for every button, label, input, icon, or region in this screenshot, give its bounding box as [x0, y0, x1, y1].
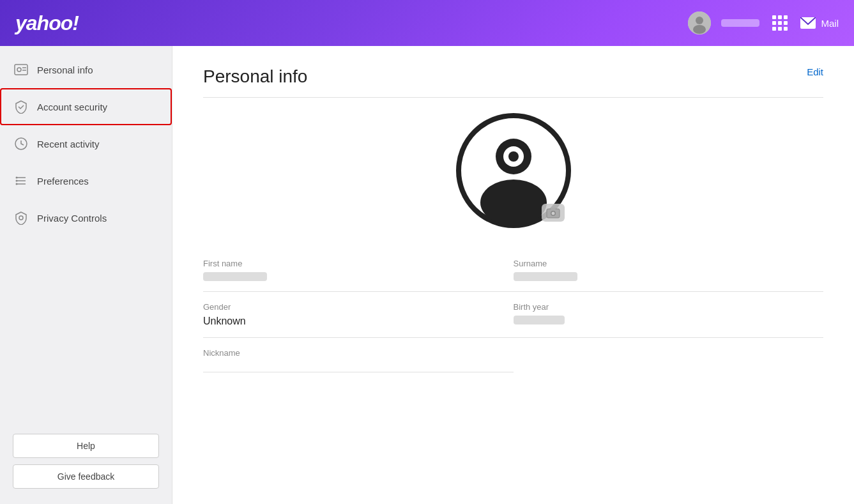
- sidebar-label-recent-activity: Recent activity: [37, 139, 100, 149]
- avatar[interactable]: [688, 11, 711, 34]
- label-nickname: Nickname: [203, 348, 483, 358]
- sidebar-item-personal-info[interactable]: Personal info: [0, 51, 172, 88]
- sidebar-label-account-security: Account security: [37, 102, 107, 112]
- avatar-section: [203, 113, 823, 228]
- give-feedback-button[interactable]: Give feedback: [13, 464, 159, 489]
- field-gender: Gender Unknown: [203, 292, 514, 338]
- list-icon: [14, 174, 28, 188]
- header-username: [721, 19, 759, 27]
- mail-link[interactable]: Mail: [800, 17, 839, 29]
- shield-icon: [14, 100, 28, 114]
- svg-point-2: [693, 25, 706, 34]
- field-first-name: First name: [203, 248, 514, 292]
- camera-badge[interactable]: [542, 204, 565, 222]
- svg-rect-24: [551, 208, 556, 210]
- field-birth-year: Birth year: [514, 292, 824, 338]
- page-title: Personal info: [203, 66, 307, 87]
- svg-point-10: [16, 177, 18, 179]
- sidebar-label-personal-info: Personal info: [37, 65, 93, 75]
- svg-point-1: [696, 17, 703, 24]
- value-birth-year: [514, 316, 565, 325]
- shield-check-icon: [14, 211, 28, 225]
- value-first-name: [203, 272, 267, 281]
- help-button[interactable]: Help: [13, 434, 159, 458]
- svg-point-5: [17, 68, 21, 72]
- svg-point-12: [16, 180, 18, 182]
- header-right: Mail: [688, 11, 839, 34]
- profile-avatar-container[interactable]: [456, 113, 571, 228]
- label-surname: Surname: [514, 259, 793, 268]
- svg-point-15: [19, 216, 23, 220]
- svg-point-18: [480, 179, 547, 225]
- sidebar: Personal info Account security Recent ac…: [0, 46, 172, 504]
- clock-icon: [14, 137, 28, 151]
- info-grid: First name Surname Gender Unknown Birth …: [203, 248, 823, 372]
- sidebar-item-preferences[interactable]: Preferences: [0, 162, 172, 199]
- svg-point-23: [551, 212, 554, 215]
- sidebar-nav: Personal info Account security Recent ac…: [0, 51, 172, 424]
- value-gender: Unknown: [203, 316, 483, 327]
- value-surname: [514, 272, 577, 281]
- label-birth-year: Birth year: [514, 302, 793, 312]
- label-gender: Gender: [203, 302, 483, 312]
- edit-link[interactable]: Edit: [807, 66, 823, 77]
- field-nickname: Nickname: [203, 338, 514, 372]
- sidebar-label-preferences: Preferences: [37, 176, 89, 187]
- svg-point-20: [508, 151, 519, 162]
- svg-point-14: [16, 183, 18, 185]
- page-header: Personal info Edit: [203, 66, 823, 98]
- yahoo-logo[interactable]: yahoo!: [15, 11, 79, 35]
- header: yahoo! Mail: [0, 0, 854, 46]
- sidebar-label-privacy-controls: Privacy Controls: [37, 213, 107, 224]
- apps-grid-icon[interactable]: [770, 13, 790, 33]
- sidebar-item-recent-activity[interactable]: Recent activity: [0, 125, 172, 162]
- label-first-name: First name: [203, 259, 483, 268]
- sidebar-item-account-security[interactable]: Account security: [0, 88, 172, 125]
- layout: Personal info Account security Recent ac…: [0, 46, 854, 504]
- mail-label: Mail: [821, 18, 839, 29]
- main-content: Personal info Edit: [172, 46, 854, 504]
- field-surname: Surname: [514, 248, 824, 292]
- person-card-icon: [14, 63, 28, 77]
- sidebar-item-privacy-controls[interactable]: Privacy Controls: [0, 199, 172, 236]
- sidebar-footer: Help Give feedback: [0, 424, 172, 499]
